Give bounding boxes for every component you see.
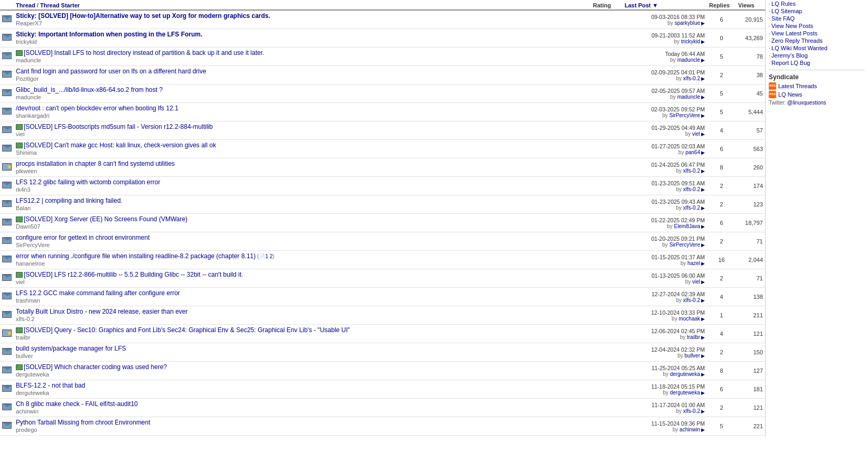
- thread-replies-cell: 2: [707, 66, 736, 84]
- last-post-author-link[interactable]: derguteweka: [670, 371, 700, 377]
- last-post-author-link[interactable]: xlfs-0.2: [683, 168, 700, 174]
- last-post-jump-link[interactable]: ▶: [701, 390, 705, 396]
- thread-rating-cell: [591, 158, 622, 177]
- thread-title-link[interactable]: Ch 8 glibc make check - FAIL elf/tst-aud…: [16, 400, 138, 408]
- last-post-jump-link[interactable]: ▶: [701, 95, 705, 100]
- page-link-2[interactable]: 2: [270, 253, 273, 259]
- last-post-author-link[interactable]: derguteweka: [670, 390, 700, 396]
- last-post-author-link[interactable]: maduncle: [677, 94, 700, 100]
- last-post-jump-link[interactable]: ▶: [701, 168, 705, 174]
- last-post-author-link[interactable]: maduncle: [677, 57, 700, 63]
- last-post-author-link[interactable]: Elem8Java: [674, 223, 700, 229]
- thread-title-link[interactable]: procps installation in chapter 8 can't f…: [16, 160, 175, 167]
- thread-title-link[interactable]: [SOLVED] Install LFS to host directory i…: [24, 49, 264, 56]
- thread-title-link[interactable]: Totally Built Linux Distro - new 2024 re…: [16, 308, 188, 315]
- last-post-jump-link[interactable]: ▶: [701, 261, 705, 266]
- replies-count: 4: [720, 331, 723, 337]
- last-post-by: by xlfs-0.2▶: [625, 297, 705, 303]
- sidebar-link-lq-wiki-most-wanted[interactable]: LQ Wiki Most Wanted: [771, 44, 827, 52]
- last-post-jump-link[interactable]: ▶: [701, 372, 705, 377]
- last-post-jump-link[interactable]: ▶: [701, 39, 705, 44]
- last-post-jump-link[interactable]: ▶: [701, 242, 705, 248]
- last-post-jump-link[interactable]: ▶: [701, 76, 705, 81]
- last-post-author-link[interactable]: xlfs-0.2: [683, 408, 700, 414]
- thread-title-link[interactable]: Sticky: Important Information when posti…: [16, 31, 202, 38]
- thread-title-link[interactable]: /dev/root : can't open blockdev error wh…: [16, 105, 178, 112]
- sidebar-link-lq-rules[interactable]: LQ Rules: [771, 0, 796, 7]
- thread-header-link[interactable]: Thread: [16, 2, 35, 8]
- sidebar-link-view-latest-posts[interactable]: View Latest Posts: [771, 30, 817, 37]
- thread-title-link[interactable]: BLFS-12.2 - not that bad: [16, 382, 85, 389]
- thread-title-link[interactable]: Glibc_build_is_.../lib/ld-linux-x86-64.s…: [16, 86, 163, 93]
- last-post-jump-link[interactable]: ▶: [701, 335, 705, 340]
- last-post-author-link[interactable]: viel: [692, 131, 700, 137]
- sidebar-link-report-lq-bug[interactable]: Report LQ Bug: [771, 59, 810, 67]
- thread-starter-header-link[interactable]: Thread Starter: [40, 2, 80, 8]
- rss-link-lq-news[interactable]: LQ News: [778, 91, 802, 98]
- thread-rating-cell: [591, 269, 622, 288]
- last-post-author-link[interactable]: xlfs-0.2: [683, 186, 700, 192]
- last-post-jump-link[interactable]: ▶: [701, 427, 705, 432]
- thread-title-link[interactable]: error when running ./configure file when…: [16, 252, 256, 260]
- thread-lastpost-cell: 09-21-2003 11:52 AMby trickykid▶: [622, 29, 707, 48]
- page-link-1[interactable]: 1: [265, 253, 268, 259]
- thread-title-link[interactable]: Sticky: [SOLVED] [How-to]Alternative way…: [16, 12, 270, 20]
- thread-title-link[interactable]: configure error for gettext in chroot en…: [16, 234, 149, 241]
- last-post-jump-link[interactable]: ▶: [701, 131, 705, 137]
- last-post-by: by achinwin▶: [625, 427, 705, 432]
- last-post-author-link[interactable]: achinwin: [680, 427, 700, 432]
- last-post-author-link[interactable]: pan64: [685, 149, 700, 155]
- twitter-handle-link[interactable]: @linuxquestions: [787, 100, 826, 106]
- sidebar-nav-links: ·LQ Rules·LQ Sitemap·Site FAQ·View New P…: [769, 0, 865, 67]
- thread-rating-cell: [591, 306, 622, 325]
- last-post-jump-link[interactable]: ▶: [701, 409, 705, 414]
- thread-title-link[interactable]: [SOLVED] Which character coding was used…: [24, 363, 167, 371]
- last-post-author-link[interactable]: viel: [692, 279, 700, 285]
- last-post-jump-link[interactable]: ▶: [701, 224, 705, 229]
- last-post-jump-link[interactable]: ▶: [701, 113, 705, 118]
- last-post-author-link[interactable]: trickykid: [681, 39, 700, 44]
- last-post-author-link[interactable]: hazel: [687, 260, 700, 266]
- thread-title-link[interactable]: [SOLVED] LFS-Bootscripts md5sum fail - V…: [24, 123, 213, 130]
- sidebar-link-view-new-posts[interactable]: View New Posts: [771, 22, 813, 30]
- replies-count: 2: [720, 183, 723, 189]
- last-post-author-link[interactable]: sparkyblue: [675, 20, 700, 26]
- last-post-author-link[interactable]: xlfs-0.2: [683, 205, 700, 211]
- last-post-jump-link[interactable]: ▶: [701, 353, 705, 359]
- thread-title-link[interactable]: [SOLVED] Query - Sec10: Graphics and Fon…: [24, 326, 350, 334]
- last-post-author-link[interactable]: bullver: [685, 353, 700, 359]
- last-post-jump-link[interactable]: ▶: [701, 205, 705, 211]
- last-post-jump-link[interactable]: ▶: [701, 150, 705, 155]
- last-post-jump-link[interactable]: ▶: [701, 187, 705, 192]
- sidebar-link-lq-sitemap[interactable]: LQ Sitemap: [771, 7, 802, 15]
- thread-title-link[interactable]: LFS 12.2 GCC make command failing after …: [16, 289, 180, 297]
- thread-title-cell: Totally Built Linux Distro - new 2024 re…: [14, 306, 591, 325]
- last-post-jump-link[interactable]: ▶: [701, 298, 705, 303]
- table-row: BLFS-12.2 - not that badderguteweka11-18…: [0, 380, 765, 399]
- sidebar-link-zero-reply-threads[interactable]: Zero Reply Threads: [771, 37, 823, 44]
- thread-title-link[interactable]: Cant find login and password for user on…: [16, 68, 206, 75]
- last-post-author-link[interactable]: xlfs-0.2: [683, 76, 700, 81]
- last-post-author-link[interactable]: xlfs-0.2: [683, 297, 700, 303]
- thread-title-link[interactable]: LFS 12.2 glibc failing with wctomb compi…: [16, 178, 160, 186]
- sidebar-link-site-faq[interactable]: Site FAQ: [771, 15, 795, 22]
- rss-link-latest-threads[interactable]: Latest Threads: [778, 83, 817, 89]
- thread-title-link[interactable]: [SOLVED] LFS r12.2-866-multilib -- 5.5.2…: [24, 271, 243, 278]
- last-post-author-link[interactable]: mochaak: [678, 316, 700, 322]
- last-post-jump-link[interactable]: ▶: [701, 21, 705, 26]
- last-post-jump-link[interactable]: ▶: [701, 58, 705, 63]
- sidebar-link-jeremy's-blog[interactable]: Jeremy's Blog: [771, 52, 808, 59]
- thread-title-link[interactable]: Python Tarball Missing from chroot Envir…: [16, 419, 150, 426]
- thread-title-link[interactable]: build system/package manager for LFS: [16, 345, 126, 352]
- thread-title-link[interactable]: [SOLVED] Xorg Server (EE) No Screens Fou…: [24, 215, 187, 223]
- thread-title-cell: BLFS-12.2 - not that badderguteweka: [14, 380, 591, 399]
- thread-title-link[interactable]: LFS12.2 | compiling and linking failed.: [16, 197, 122, 204]
- last-post-date: 01-23-2025 09:43 AM: [652, 199, 705, 205]
- last-post-sort-link[interactable]: Last Post: [625, 2, 651, 8]
- last-post-author-link[interactable]: SirPercyVere: [669, 242, 700, 248]
- last-post-author-link[interactable]: trailbr: [687, 334, 700, 340]
- thread-title-link[interactable]: [SOLVED] Can't make gcc Host: kali linux…: [24, 142, 216, 149]
- last-post-jump-link[interactable]: ▶: [701, 279, 705, 285]
- last-post-author-link[interactable]: SirPercyVere: [669, 112, 700, 118]
- last-post-jump-link[interactable]: ▶: [701, 316, 705, 322]
